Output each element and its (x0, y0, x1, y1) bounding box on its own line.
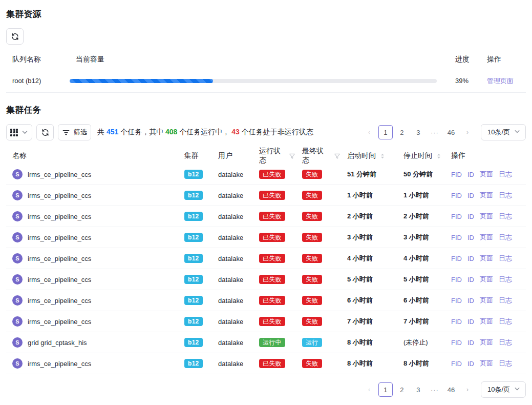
fid-link[interactable]: FID (451, 234, 462, 241)
run-status-badge: 已失败 (259, 317, 285, 326)
fid-link[interactable]: FID (451, 255, 462, 262)
id-link[interactable]: ID (467, 318, 474, 326)
col-run-status: 运行状态 (253, 147, 296, 165)
pagination-page-3[interactable]: 3 (411, 125, 425, 139)
tasks-summary: 共 451 个任务，其中 408 个任务运行中， 43 个任务处于非运行状态 (97, 128, 313, 137)
log-link[interactable]: 日志 (499, 233, 512, 242)
pagination-page-2[interactable]: 2 (395, 125, 409, 139)
log-link[interactable]: 日志 (499, 338, 512, 347)
log-link[interactable]: 日志 (499, 296, 512, 305)
log-link[interactable]: 日志 (499, 317, 512, 326)
pagination-prev[interactable]: ‹ (362, 382, 376, 397)
id-link[interactable]: ID (467, 360, 474, 368)
page-size-select[interactable]: 10条/页 (481, 124, 526, 140)
pagination-page-46[interactable]: 46 (444, 382, 458, 397)
column-settings-button[interactable] (6, 124, 32, 140)
pagination-page-1[interactable]: 1 (378, 125, 393, 139)
id-link[interactable]: ID (467, 234, 474, 241)
tasks-refresh-button[interactable] (36, 124, 54, 140)
page-link[interactable]: 页面 (480, 359, 493, 368)
final-status-badge: 失败 (302, 212, 322, 221)
page-link[interactable]: 页面 (480, 212, 493, 221)
log-link[interactable]: 日志 (499, 275, 512, 284)
task-actions: FIDID页面日志 (445, 317, 526, 326)
run-status-badge: 已失败 (259, 359, 285, 368)
tasks-table-header: 名称 集群 用户 运行状态 最终状态 启动时间 停止时间 操作 (6, 147, 526, 164)
stop-time: 50 分钟前 (403, 170, 433, 179)
page-link[interactable]: 页面 (480, 296, 493, 305)
pagination-page-2[interactable]: 2 (395, 382, 409, 397)
task-table-row: S grid grid_cptask_his b12 datalake 运行中 … (6, 332, 526, 353)
id-link[interactable]: ID (467, 255, 474, 262)
page-link[interactable]: 页面 (480, 170, 493, 179)
log-link[interactable]: 日志 (499, 212, 512, 221)
task-table-row: S irms_ce_pipeline_ccs b12 datalake 已失败 … (6, 164, 526, 185)
pagination-page-46[interactable]: 46 (444, 125, 458, 139)
id-link[interactable]: ID (467, 297, 474, 305)
start-time: 2 小时前 (347, 212, 373, 221)
filter-button[interactable]: 筛选 (58, 124, 91, 140)
id-link[interactable]: ID (467, 192, 474, 199)
fid-link[interactable]: FID (451, 213, 462, 220)
page-link[interactable]: 页面 (480, 275, 493, 284)
task-actions: FIDID页面日志 (445, 170, 526, 179)
log-link[interactable]: 日志 (499, 170, 512, 179)
fid-link[interactable]: FID (451, 276, 462, 284)
run-status-filter-icon[interactable] (288, 152, 296, 160)
pagination-page-1[interactable]: 1 (378, 382, 393, 397)
task-table-row: S irms_ce_pipeline_ccs b12 datalake 已失败 … (6, 248, 526, 269)
page-size-value: 10条/页 (487, 385, 510, 394)
id-link[interactable]: ID (467, 213, 474, 220)
id-link[interactable]: ID (467, 339, 474, 347)
task-avatar: S (12, 211, 23, 221)
resources-section-title: 集群资源 (6, 8, 526, 20)
resources-refresh-button[interactable] (6, 28, 24, 45)
fid-link[interactable]: FID (451, 192, 462, 199)
id-link[interactable]: ID (467, 276, 474, 284)
refresh-icon (11, 32, 19, 41)
cluster-badge: b12 (184, 170, 203, 179)
fid-link[interactable]: FID (451, 339, 462, 347)
capacity-progress-fill (70, 79, 213, 83)
start-time-sort-icon[interactable] (379, 153, 386, 159)
cluster-badge: b12 (184, 191, 203, 200)
task-user: datalake (218, 360, 243, 368)
task-avatar: S (12, 274, 23, 285)
page-size-select[interactable]: 10条/页 (481, 381, 526, 398)
page-link[interactable]: 页面 (480, 233, 493, 242)
stop-time-sort-icon[interactable] (436, 153, 442, 159)
col-stop-time: 停止时间 (397, 151, 445, 160)
fid-link[interactable]: FID (451, 360, 462, 368)
pagination-top: ‹123···46›10条/页 (362, 124, 526, 140)
page-link[interactable]: 页面 (480, 317, 493, 326)
id-link[interactable]: ID (467, 171, 474, 178)
pagination-page-3[interactable]: 3 (411, 382, 425, 397)
pagination-next[interactable]: › (460, 382, 475, 397)
pagination-next[interactable]: › (460, 125, 475, 139)
task-name: grid grid_cptask_his (28, 339, 87, 347)
page-link[interactable]: 页面 (480, 191, 493, 200)
log-link[interactable]: 日志 (499, 254, 512, 263)
resources-col-progress: 进度 (449, 55, 481, 64)
fid-link[interactable]: FID (451, 171, 462, 178)
page-link[interactable]: 页面 (480, 338, 493, 347)
task-table-row: S irms_ce_pipeline_ccs b12 datalake 已失败 … (6, 185, 526, 206)
fid-link[interactable]: FID (451, 297, 462, 305)
progress-percent: 39% (449, 77, 481, 85)
pagination-prev[interactable]: ‹ (362, 125, 376, 139)
log-link[interactable]: 日志 (499, 191, 512, 200)
final-status-badge: 失败 (302, 296, 322, 305)
final-status-badge: 失败 (302, 233, 322, 242)
log-link[interactable]: 日志 (499, 359, 512, 368)
task-actions: FIDID页面日志 (445, 275, 526, 284)
task-actions: FIDID页面日志 (445, 233, 526, 242)
task-user: datalake (218, 339, 243, 347)
col-final-status: 最终状态 (296, 147, 341, 165)
final-status-filter-icon[interactable] (333, 152, 341, 160)
page-link[interactable]: 页面 (480, 254, 493, 263)
fid-link[interactable]: FID (451, 318, 462, 326)
stop-time: 3 小时前 (403, 233, 429, 242)
manage-page-link[interactable]: 管理页面 (487, 77, 514, 85)
task-avatar: S (12, 232, 23, 242)
run-status-badge: 已失败 (259, 233, 285, 242)
